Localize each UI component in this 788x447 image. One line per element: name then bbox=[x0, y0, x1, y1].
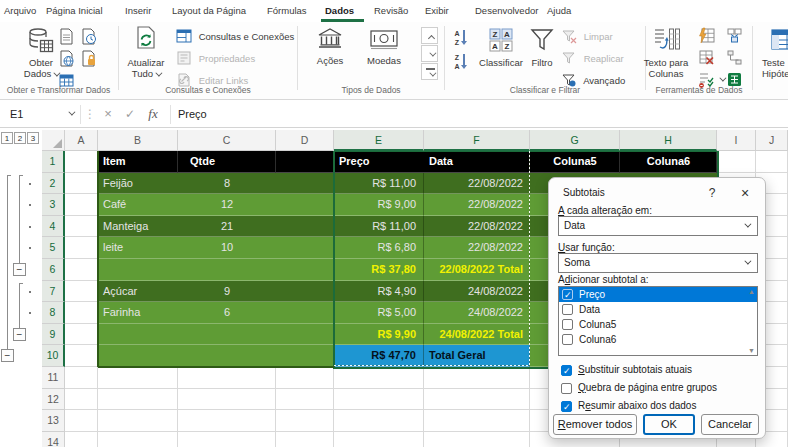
cell-B13[interactable] bbox=[98, 410, 178, 432]
cell-B4[interactable]: Manteiga bbox=[98, 216, 178, 238]
help-button[interactable]: ? bbox=[704, 180, 720, 206]
tab-arquivo[interactable]: Arquivo bbox=[4, 0, 36, 22]
cell-C14[interactable] bbox=[178, 432, 276, 447]
add-subtotal-listbox[interactable]: ▼ PreçoDataColuna5Coluna6▲ bbox=[558, 286, 758, 356]
from-file-locked-button[interactable] bbox=[80, 50, 98, 68]
cell-D9[interactable] bbox=[276, 324, 334, 346]
cell-E12[interactable] bbox=[334, 389, 424, 411]
row-header-3[interactable]: 3 bbox=[42, 194, 65, 216]
cell-C10[interactable] bbox=[178, 345, 276, 367]
cell-E14[interactable] bbox=[334, 432, 424, 447]
cancel-button[interactable]: Cancelar bbox=[701, 414, 759, 435]
gallery-up-button[interactable] bbox=[421, 27, 438, 44]
cell-F13[interactable] bbox=[424, 410, 530, 432]
cell-B7[interactable]: Açúcar bbox=[98, 281, 178, 303]
relationships-button[interactable] bbox=[726, 49, 744, 67]
tab-exibir[interactable]: Exibir bbox=[425, 0, 449, 22]
cell-A11[interactable] bbox=[65, 367, 98, 389]
cell-A7[interactable] bbox=[65, 281, 98, 303]
page-break-checkbox[interactable]: Quebra de página entre grupos bbox=[558, 381, 717, 395]
cell-B14[interactable] bbox=[98, 432, 178, 447]
cell-A10[interactable] bbox=[65, 345, 98, 367]
outline-level-1-button[interactable]: 1 bbox=[1, 132, 13, 144]
cell-D1[interactable] bbox=[276, 151, 334, 173]
recent-sources-button[interactable] bbox=[80, 28, 98, 46]
cell-D5[interactable] bbox=[276, 237, 334, 259]
cell-E13[interactable] bbox=[334, 410, 424, 432]
cell-A13[interactable] bbox=[65, 410, 98, 432]
cell-F14[interactable] bbox=[424, 432, 530, 447]
gallery-more-button[interactable] bbox=[421, 63, 438, 80]
tab-revisão[interactable]: Revisão bbox=[374, 0, 408, 22]
cell-B1[interactable]: Item bbox=[98, 151, 178, 173]
outline-level-3-button[interactable]: 3 bbox=[27, 132, 39, 144]
cell-A1[interactable] bbox=[65, 151, 98, 173]
row-header-2[interactable]: 2 bbox=[42, 173, 65, 195]
column-header-E[interactable]: E bbox=[334, 130, 424, 151]
cell-C5[interactable]: 10 bbox=[178, 237, 276, 259]
cell-C4[interactable]: 21 bbox=[178, 216, 276, 238]
cell-D11[interactable] bbox=[276, 367, 334, 389]
cell-A8[interactable] bbox=[65, 302, 98, 324]
collapse-group-button[interactable]: − bbox=[13, 263, 26, 276]
row-header-10[interactable]: 10 bbox=[42, 345, 65, 367]
cell-D14[interactable] bbox=[276, 432, 334, 447]
cell-B2[interactable]: Feijão bbox=[98, 173, 178, 195]
cell-B12[interactable] bbox=[98, 389, 178, 411]
summary-below-checkbox[interactable]: Resumir abaixo dos dados bbox=[558, 399, 696, 413]
row-header-13[interactable]: 13 bbox=[42, 410, 65, 432]
replace-subtotals-checkbox[interactable]: Substituir subtotais atuais bbox=[558, 363, 692, 377]
cell-D6[interactable] bbox=[276, 259, 334, 281]
clear-filter-button[interactable]: Limpar bbox=[562, 28, 613, 46]
column-header-J[interactable]: J bbox=[756, 130, 788, 151]
cell-D13[interactable] bbox=[276, 410, 334, 432]
fx-icon[interactable]: fx bbox=[142, 101, 164, 127]
sort-dialog-button[interactable]: Z A A Z Classificar bbox=[474, 26, 528, 68]
cell-A12[interactable] bbox=[65, 389, 98, 411]
cell-C1[interactable]: Qtde bbox=[178, 151, 276, 173]
cell-C12[interactable] bbox=[178, 389, 276, 411]
row-header-1[interactable]: 1 bbox=[42, 151, 65, 173]
cell-B9[interactable] bbox=[98, 324, 178, 346]
scroll-down-icon[interactable]: ▼ bbox=[748, 347, 755, 354]
drag-dots-icon[interactable]: ⋮ bbox=[84, 101, 94, 127]
gallery-down-button[interactable] bbox=[421, 45, 438, 62]
tab-página-inicial[interactable]: Página Inicial bbox=[46, 0, 103, 22]
enter-icon[interactable]: ✓ bbox=[120, 101, 140, 127]
sort-desc-button[interactable]: ZA bbox=[450, 52, 472, 73]
cell-F11[interactable] bbox=[424, 367, 530, 389]
tab-ajuda[interactable]: Ajuda bbox=[547, 0, 571, 22]
cell-A4[interactable] bbox=[65, 216, 98, 238]
cell-B10[interactable] bbox=[98, 345, 178, 367]
column-header-D[interactable]: D bbox=[276, 130, 334, 151]
row-header-9[interactable]: 9 bbox=[42, 324, 65, 346]
cell-D4[interactable] bbox=[276, 216, 334, 238]
cell-D2[interactable] bbox=[276, 173, 334, 195]
formula-input[interactable]: Preço bbox=[178, 101, 207, 127]
cell-A9[interactable] bbox=[65, 324, 98, 346]
cancel-icon[interactable]: × bbox=[98, 101, 118, 127]
cell-C6[interactable] bbox=[178, 259, 276, 281]
close-button[interactable]: × bbox=[737, 180, 753, 206]
column-header-A[interactable]: A bbox=[65, 130, 98, 151]
filter-button[interactable]: Filtro bbox=[522, 26, 562, 68]
from-web-button[interactable] bbox=[58, 50, 76, 68]
tab-layout-da-página[interactable]: Layout da Página bbox=[172, 0, 246, 22]
sort-asc-button[interactable]: AZ bbox=[450, 28, 472, 49]
queries-connections-button[interactable]: Consultas e Conexões bbox=[176, 28, 294, 46]
cell-C7[interactable]: 9 bbox=[178, 281, 276, 303]
column-header-G[interactable]: G bbox=[530, 130, 620, 151]
cell-B3[interactable]: Café bbox=[98, 194, 178, 216]
name-box[interactable]: E1 bbox=[0, 101, 80, 127]
column-header-B[interactable]: B bbox=[98, 130, 178, 151]
row-header-11[interactable]: 11 bbox=[42, 367, 65, 389]
row-header-6[interactable]: 6 bbox=[42, 259, 65, 281]
cell-A5[interactable] bbox=[65, 237, 98, 259]
cell-D12[interactable] bbox=[276, 389, 334, 411]
text-to-columns-button[interactable]: Texto para Colunas bbox=[640, 26, 692, 79]
cell-C9[interactable] bbox=[178, 324, 276, 346]
cell-A6[interactable] bbox=[65, 259, 98, 281]
each-change-combobox[interactable]: Data bbox=[558, 216, 758, 236]
row-header-14[interactable]: 14 bbox=[42, 432, 65, 447]
listbox-item-preço[interactable]: Preço bbox=[559, 287, 757, 302]
